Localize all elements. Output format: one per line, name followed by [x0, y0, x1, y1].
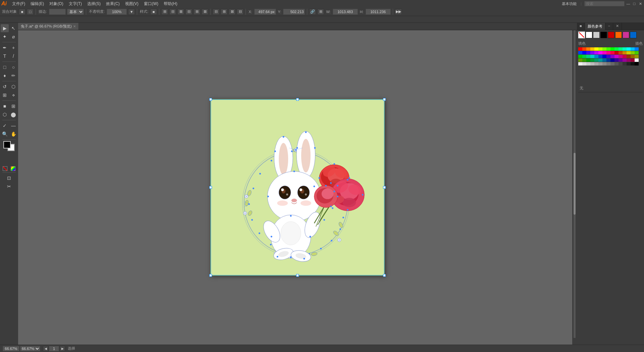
reflect-tool[interactable]: ⬡: [9, 83, 17, 91]
palette-cell[interactable]: [614, 51, 619, 54]
palette-cell[interactable]: [590, 58, 594, 62]
menu-file[interactable]: 文件(F): [9, 0, 28, 7]
palette-cell[interactable]: [586, 47, 590, 51]
gradient-tool[interactable]: ■: [1, 102, 9, 110]
eyedropper-tool[interactable]: ✓: [1, 122, 9, 130]
transform-icon[interactable]: ⊞: [317, 9, 324, 15]
palette-cell[interactable]: [590, 51, 594, 54]
palette-cell[interactable]: [602, 62, 606, 65]
palette-cell[interactable]: [627, 58, 631, 62]
artboard[interactable]: [210, 99, 385, 276]
measure-tool[interactable]: —: [9, 122, 17, 130]
panel-scrollbar[interactable]: [578, 92, 643, 95]
palette-cell[interactable]: [594, 51, 598, 54]
v-scroll-thumb[interactable]: [574, 153, 576, 215]
palette-cell[interactable]: [610, 62, 614, 65]
handle-bot-center[interactable]: [296, 274, 299, 277]
lasso-tool[interactable]: ⌀: [9, 33, 17, 41]
palette-cell[interactable]: [602, 51, 606, 54]
palette-cell[interactable]: [614, 62, 619, 65]
palette-cell[interactable]: [598, 62, 602, 65]
zoom-select[interactable]: 66.67% 50% 100%: [20, 346, 40, 351]
palette-cell[interactable]: [623, 47, 627, 51]
stroke-style-select[interactable]: 基本: [67, 9, 84, 15]
palette-cell[interactable]: [623, 58, 627, 62]
slice-tool[interactable]: ✂: [5, 182, 13, 190]
palette-cell[interactable]: [582, 55, 586, 58]
v-scroll-track[interactable]: [574, 30, 576, 338]
fill-swatch[interactable]: [3, 141, 11, 148]
palette-cell[interactable]: [606, 58, 610, 62]
vertical-scrollbar[interactable]: [572, 23, 577, 345]
palette-cell[interactable]: [619, 51, 623, 54]
style-icon[interactable]: ■: [150, 9, 157, 15]
opacity-icon[interactable]: ▼: [128, 9, 135, 15]
color-orange-swatch[interactable]: [615, 32, 622, 38]
mode-icon[interactable]: ■: [19, 9, 25, 15]
menu-view[interactable]: 视图(V): [122, 0, 141, 7]
opacity-input[interactable]: [107, 9, 127, 15]
palette-cell[interactable]: [578, 51, 582, 54]
h-input[interactable]: [366, 9, 391, 15]
dist-h-icon[interactable]: ⊟: [213, 9, 219, 15]
palette-cell[interactable]: [582, 62, 586, 65]
color-red-swatch[interactable]: [608, 32, 614, 38]
handle-top-center[interactable]: [296, 98, 299, 101]
palette-cell[interactable]: [594, 47, 598, 51]
palette-cell[interactable]: [627, 55, 631, 58]
handle-mid-right[interactable]: [383, 186, 386, 189]
rotate-tool[interactable]: ↺: [1, 83, 9, 91]
palette-cell[interactable]: [610, 58, 614, 62]
live-paint-tool[interactable]: ⬤: [9, 111, 17, 119]
palette-cell[interactable]: [631, 55, 635, 58]
palette-cell[interactable]: [590, 47, 594, 51]
artboard-tool[interactable]: ⊡: [5, 174, 13, 182]
align-center-v-icon[interactable]: ⊞: [194, 9, 200, 15]
palette-cell[interactable]: [578, 62, 582, 65]
align-top-icon[interactable]: ⊟: [185, 9, 192, 15]
tab-close[interactable]: ✕: [613, 23, 622, 30]
palette-cell[interactable]: [631, 51, 635, 54]
zoom-tool[interactable]: 🔍: [1, 130, 9, 138]
handle-bot-right[interactable]: [383, 274, 386, 277]
palette-cell[interactable]: [619, 62, 623, 65]
handle-top-left[interactable]: [209, 98, 212, 101]
palette-cell[interactable]: [610, 47, 614, 51]
palette-cell[interactable]: [594, 62, 598, 65]
w-input[interactable]: [333, 9, 358, 15]
palette-cell[interactable]: [635, 51, 639, 54]
menu-window[interactable]: 窗口(W): [141, 0, 161, 7]
palette-cell[interactable]: [623, 51, 627, 54]
color-pink-swatch[interactable]: [623, 32, 629, 38]
align-right-icon[interactable]: ⊠: [177, 9, 184, 15]
minimize-button[interactable]: —: [626, 1, 631, 6]
none-swatch[interactable]: [3, 166, 7, 171]
ellipse-tool[interactable]: ○: [9, 63, 17, 71]
palette-cell[interactable]: [578, 55, 582, 58]
page-input[interactable]: [49, 346, 59, 351]
selection-tool[interactable]: ▶: [1, 24, 9, 32]
palette-cell[interactable]: [586, 55, 590, 58]
next-page-button[interactable]: ▶: [60, 346, 65, 351]
link-icon[interactable]: 🔗: [309, 9, 316, 15]
menu-select[interactable]: 选择(S): [85, 0, 103, 7]
stroke-color[interactable]: [49, 9, 66, 15]
palette-cell[interactable]: [627, 51, 631, 54]
pen-tool[interactable]: ✒: [1, 44, 9, 52]
palette-cell[interactable]: [590, 55, 594, 58]
rectangle-tool[interactable]: □: [1, 63, 9, 71]
tab-color-ref[interactable]: 颜色参考: [585, 23, 605, 30]
palette-cell[interactable]: [619, 55, 623, 58]
palette-cell[interactable]: [602, 58, 606, 62]
fill-color-swatch[interactable]: [578, 32, 585, 38]
canvas-area[interactable]: 兔子.ai* @ 66.67% (RGB/预览) ✕: [18, 23, 577, 345]
palette-cell[interactable]: [594, 55, 598, 58]
palette-cell[interactable]: [627, 62, 631, 65]
tab-panel1[interactable]: ■: [577, 23, 585, 30]
prev-page-button[interactable]: ◀: [43, 346, 48, 351]
warp-tool[interactable]: ⋄: [9, 91, 17, 99]
tab-minimize[interactable]: −: [605, 23, 613, 30]
palette-cell[interactable]: [598, 51, 602, 54]
palette-cell[interactable]: [586, 58, 590, 62]
mesh-tool[interactable]: ⊞: [9, 102, 17, 110]
